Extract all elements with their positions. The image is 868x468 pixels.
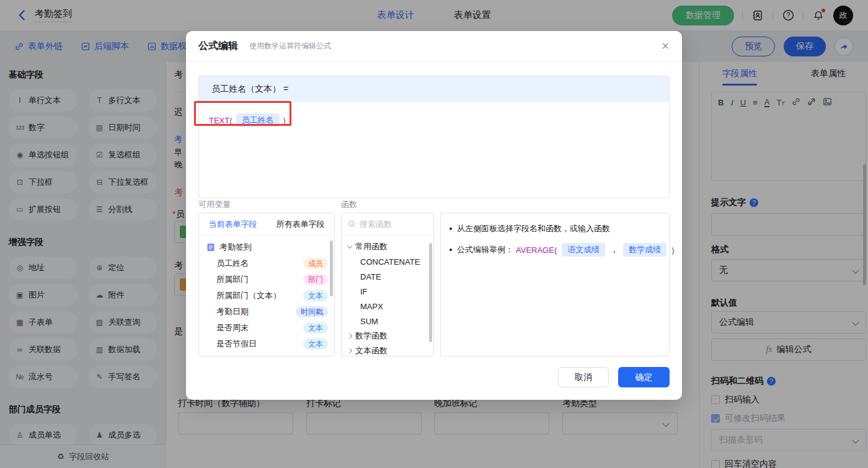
- function-group-common[interactable]: 常用函数: [342, 239, 433, 254]
- type-badge: 时间戳: [296, 306, 328, 317]
- function-item[interactable]: MAPX: [342, 299, 433, 314]
- example-field-chip: 语文成绩: [562, 243, 605, 257]
- formula-target-line: 员工姓名（文本） =: [199, 76, 669, 102]
- chevron-right-icon: [347, 333, 352, 338]
- close-icon[interactable]: ✕: [662, 42, 670, 51]
- variables-scrollbar[interactable]: [330, 241, 333, 296]
- example-close-paren: ): [671, 245, 674, 255]
- variable-item[interactable]: 是否周末文本: [199, 320, 334, 336]
- formula-edit-dialog: 公式编辑 使用数学运算符编辑公式 ✕ 员工姓名（文本） = TEXT( 员工姓名…: [186, 31, 682, 400]
- annotation-highlight-box: [194, 101, 291, 126]
- function-group-text[interactable]: 文本函数: [342, 343, 433, 356]
- variable-item[interactable]: 所属部门部门: [199, 272, 334, 288]
- example-function: AVERAGE(: [516, 245, 557, 255]
- variable-item[interactable]: 所属部门（文本）文本: [199, 288, 334, 304]
- variable-item[interactable]: 考勤日期时间戳: [199, 304, 334, 320]
- search-input[interactable]: [360, 219, 422, 229]
- type-badge: 成员: [303, 258, 328, 269]
- variables-root-node[interactable]: 考勤签到: [199, 239, 334, 255]
- formula-editor[interactable]: 员工姓名（文本） = TEXT( 员工姓名 ): [198, 76, 670, 198]
- tab-current-form-fields[interactable]: 当前表单字段: [199, 213, 267, 235]
- functions-label: 函数: [341, 199, 357, 210]
- search-icon: [348, 220, 356, 228]
- help-text: 从左侧面板选择字段名和函数，或输入函数: [457, 223, 610, 234]
- function-search[interactable]: [342, 213, 433, 236]
- formula-help-panel: 从左侧面板选择字段名和函数，或输入函数 公式编辑举例： AVERAGE( 语文成…: [440, 213, 670, 356]
- tab-all-form-fields[interactable]: 所有表单字段: [267, 213, 334, 235]
- confirm-button[interactable]: 确定: [618, 367, 670, 387]
- type-badge: 文本: [303, 322, 328, 333]
- example-comma: ，: [610, 244, 618, 255]
- function-item[interactable]: IF: [342, 284, 433, 299]
- bullet-icon: [450, 227, 452, 230]
- type-badge: 文本: [303, 338, 328, 350]
- chevron-down-icon: [347, 243, 352, 248]
- type-badge: 文本: [303, 290, 328, 301]
- function-item[interactable]: SUM: [342, 314, 433, 329]
- functions-scrollbar[interactable]: [429, 243, 432, 342]
- dialog-subtitle: 使用数学运算符编辑公式: [249, 41, 331, 51]
- variables-label: 可用变量: [198, 199, 231, 210]
- document-icon: [206, 243, 215, 252]
- variables-panel: 当前表单字段 所有表单字段 考勤签到 员工姓名成员 所属部门部门 所属部门（文本…: [198, 213, 335, 356]
- help-example-prefix: 公式编辑举例：: [457, 244, 513, 255]
- bullet-icon: [450, 249, 452, 251]
- chevron-right-icon: [347, 348, 352, 353]
- type-badge: 部门: [303, 274, 328, 285]
- variable-item[interactable]: 员工姓名成员: [199, 255, 334, 272]
- function-group-math[interactable]: 数学函数: [342, 329, 433, 343]
- variable-item[interactable]: 是否节假日文本: [199, 336, 334, 352]
- function-item[interactable]: CONCATENATE: [342, 254, 433, 269]
- dialog-title: 公式编辑: [198, 40, 238, 53]
- cancel-button[interactable]: 取消: [558, 367, 609, 387]
- functions-panel: 常用函数 CONCATENATE DATE IF MAPX SUM 数学函数 文…: [341, 213, 434, 356]
- example-field-chip: 数学成绩: [623, 243, 666, 257]
- function-item[interactable]: DATE: [342, 269, 433, 284]
